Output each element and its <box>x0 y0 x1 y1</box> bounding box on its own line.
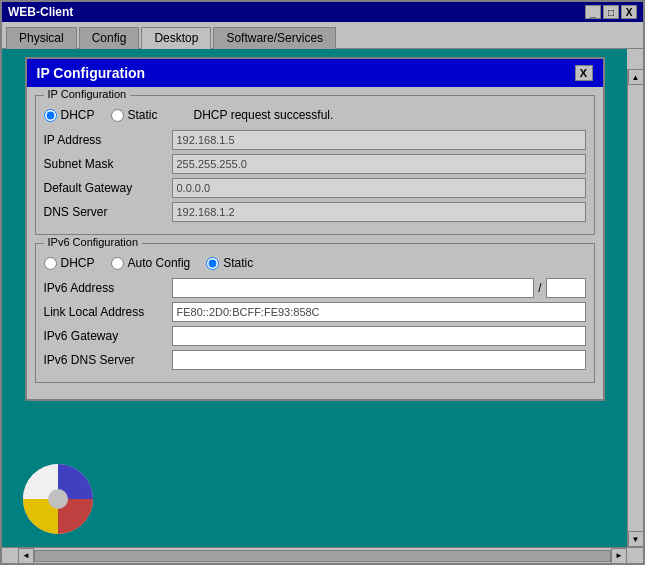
ip-configuration-dialog: IP Configuration X IP Configuration DHCP <box>25 57 605 401</box>
ipv6-configuration-section: IPv6 Configuration DHCP Auto Con <box>35 243 595 383</box>
main-window: WEB-Client _ □ X Physical Config Desktop… <box>0 0 645 565</box>
dhcp-radio[interactable] <box>44 109 57 122</box>
vertical-scrollbar: ▲ ▼ <box>627 69 643 547</box>
bottom-area <box>10 401 619 539</box>
dhcp-radio-label[interactable]: DHCP <box>44 108 95 122</box>
ipv6-dns-server-label: IPv6 DNS Server <box>44 353 164 367</box>
ipv6-gateway-input[interactable] <box>172 326 586 346</box>
subnet-mask-input[interactable] <box>172 154 586 174</box>
link-local-address-row: Link Local Address <box>44 302 586 322</box>
default-gateway-input[interactable] <box>172 178 586 198</box>
ipv6-gateway-label: IPv6 Gateway <box>44 329 164 343</box>
tabs-bar: Physical Config Desktop Software/Service… <box>2 22 643 49</box>
pie-chart <box>18 459 98 539</box>
ipv6-autoconfig-radio[interactable] <box>111 257 124 270</box>
dialog-title-bar: IP Configuration X <box>27 59 603 87</box>
dns-server-row: DNS Server <box>44 202 586 222</box>
ip-address-row: IP Address <box>44 130 586 150</box>
ip-address-label: IP Address <box>44 133 164 147</box>
ipv6-slash-separator: / <box>538 281 541 295</box>
ipv6-prefix-input[interactable] <box>546 278 586 298</box>
static-radio-label[interactable]: Static <box>111 108 158 122</box>
ipv6-address-row: IPv6 Address / <box>44 278 586 298</box>
subnet-mask-row: Subnet Mask <box>44 154 586 174</box>
ipv6-section-legend: IPv6 Configuration <box>44 236 143 248</box>
scroll-right-button[interactable]: ► <box>611 548 627 564</box>
ip-address-input[interactable] <box>172 130 586 150</box>
window-title: WEB-Client <box>8 5 73 19</box>
default-gateway-label: Default Gateway <box>44 181 164 195</box>
ipv6-autoconfig-radio-label[interactable]: Auto Config <box>111 256 191 270</box>
ipv4-radio-row: DHCP Static DHCP request successful. <box>44 108 586 122</box>
link-local-address-input[interactable] <box>172 302 586 322</box>
tab-desktop[interactable]: Desktop <box>141 27 211 49</box>
default-gateway-row: Default Gateway <box>44 178 586 198</box>
dhcp-status-text: DHCP request successful. <box>194 108 334 122</box>
title-bar-buttons: _ □ X <box>585 5 637 19</box>
maximize-button[interactable]: □ <box>603 5 619 19</box>
ipv6-dhcp-radio-label[interactable]: DHCP <box>44 256 95 270</box>
minimize-button[interactable]: _ <box>585 5 601 19</box>
ipv4-configuration-section: IP Configuration DHCP Static <box>35 95 595 235</box>
subnet-mask-label: Subnet Mask <box>44 157 164 171</box>
ipv6-section-content: DHCP Auto Config Static <box>44 256 586 370</box>
link-local-address-label: Link Local Address <box>44 305 164 319</box>
ipv6-address-inputs: / <box>172 278 586 298</box>
ipv6-dns-server-input[interactable] <box>172 350 586 370</box>
ipv6-gateway-row: IPv6 Gateway <box>44 326 586 346</box>
static-radio[interactable] <box>111 109 124 122</box>
ipv6-static-radio[interactable] <box>206 257 219 270</box>
ipv6-dhcp-radio[interactable] <box>44 257 57 270</box>
close-button[interactable]: X <box>621 5 637 19</box>
horizontal-scroll-track[interactable] <box>34 550 611 562</box>
ipv6-radio-row: DHCP Auto Config Static <box>44 256 586 270</box>
dns-server-label: DNS Server <box>44 205 164 219</box>
ipv4-section-legend: IP Configuration <box>44 88 131 100</box>
ipv6-address-label: IPv6 Address <box>44 281 164 295</box>
dialog-title-text: IP Configuration <box>37 65 146 81</box>
ipv4-section-content: DHCP Static DHCP request successful. <box>44 108 586 222</box>
horizontal-scrollbar: ◄ ► <box>2 547 643 563</box>
scroll-up-button[interactable]: ▲ <box>628 69 644 85</box>
scroll-left-button[interactable]: ◄ <box>18 548 34 564</box>
ipv6-static-radio-label[interactable]: Static <box>206 256 253 270</box>
tab-physical[interactable]: Physical <box>6 27 77 49</box>
dialog-close-button[interactable]: X <box>575 65 593 81</box>
tab-config[interactable]: Config <box>79 27 140 49</box>
scroll-down-button[interactable]: ▼ <box>628 531 644 547</box>
tab-software-services[interactable]: Software/Services <box>213 27 336 49</box>
svg-point-1 <box>48 489 68 509</box>
ipv6-dns-server-row: IPv6 DNS Server <box>44 350 586 370</box>
ipv6-address-input[interactable] <box>172 278 535 298</box>
dns-server-input[interactable] <box>172 202 586 222</box>
title-bar: WEB-Client _ □ X <box>2 2 643 22</box>
dialog-body: IP Configuration DHCP Static <box>27 87 603 399</box>
